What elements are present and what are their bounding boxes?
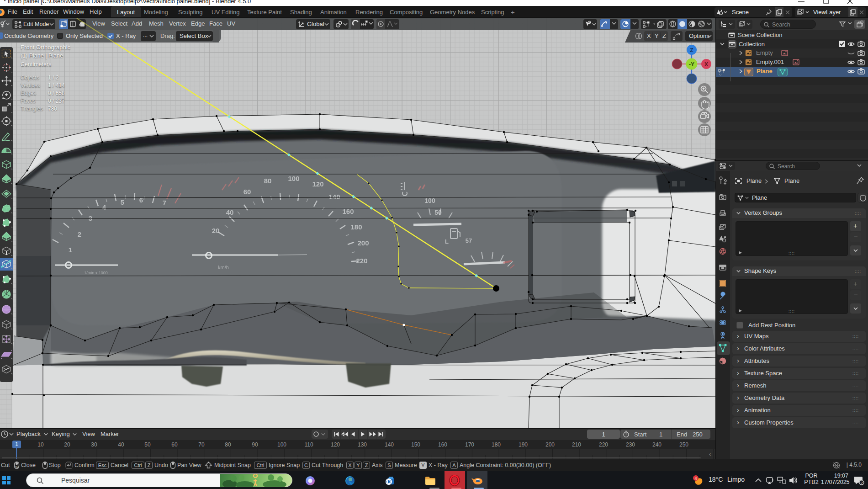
svg-text:4: 4 [102, 203, 106, 211]
svg-text:5: 5 [121, 198, 124, 206]
svg-text:6: 6 [139, 196, 143, 204]
svg-text:180: 180 [350, 223, 362, 231]
svg-text:L: L [445, 238, 449, 245]
svg-text:200: 200 [357, 239, 369, 247]
svg-text:120: 120 [312, 180, 323, 188]
svg-text:7: 7 [163, 199, 166, 207]
svg-text:80: 80 [264, 177, 272, 185]
svg-text:100: 100 [288, 175, 299, 182]
svg-text:km/h: km/h [218, 265, 229, 270]
svg-text:1/min x 1000: 1/min x 1000 [84, 271, 108, 275]
svg-text:100: 100 [424, 197, 435, 204]
svg-text:4: 4 [694, 476, 697, 481]
svg-text:2: 2 [78, 230, 81, 238]
svg-text:2: 2 [860, 481, 863, 485]
svg-text:-Y: -Y [689, 61, 694, 68]
svg-text:1: 1 [69, 246, 72, 254]
svg-text:X: X [704, 61, 708, 68]
svg-text:140: 140 [328, 193, 340, 201]
svg-text:160: 160 [342, 207, 354, 215]
svg-text:57: 57 [466, 237, 472, 244]
svg-text:60: 60 [243, 188, 251, 196]
svg-text:Z: Z [690, 47, 693, 53]
svg-text:40: 40 [226, 208, 234, 216]
svg-text:20: 20 [212, 227, 220, 234]
